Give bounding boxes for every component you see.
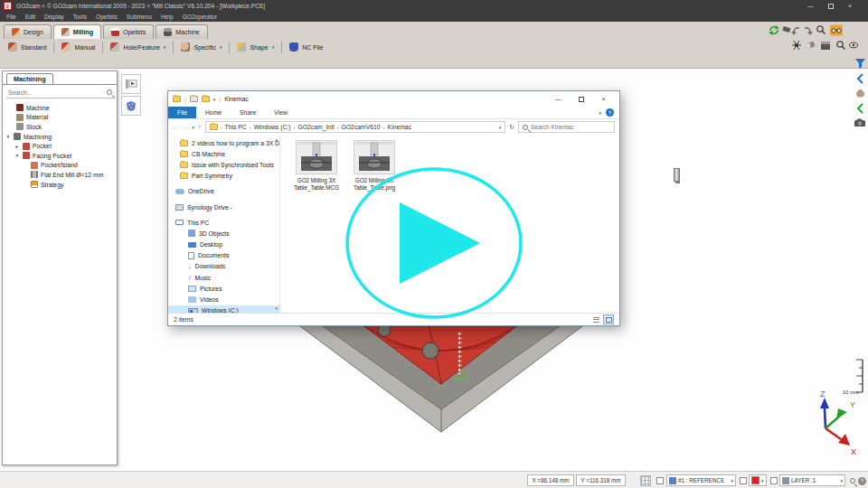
button-shape[interactable]: Shape ▾ xyxy=(231,41,280,54)
collapse-left-green-icon[interactable] xyxy=(854,103,866,114)
help-icon[interactable]: ? xyxy=(606,108,614,117)
explorer-search-box[interactable] xyxy=(518,121,615,133)
explorer-maximize-button[interactable] xyxy=(570,91,592,107)
video-play-overlay[interactable] xyxy=(344,165,524,322)
nav-item-cb-machine[interactable]: CB Machine xyxy=(168,148,279,159)
machining-panel-tab[interactable]: Machining xyxy=(6,73,53,85)
nav-item-music[interactable]: ♪Music xyxy=(168,272,279,283)
tree-item-machining[interactable]: ▾ Machining xyxy=(5,132,115,142)
forward-icon[interactable]: → xyxy=(183,124,189,130)
eraser-icon[interactable] xyxy=(806,42,815,49)
breadcrumb-go2cam-intl[interactable]: GO2cam_Intl xyxy=(297,124,334,130)
ribbon-collapse-arrow[interactable]: ▾ xyxy=(599,110,601,116)
tab-opelists[interactable]: Opelists xyxy=(103,24,154,39)
eye-view-icon[interactable] xyxy=(850,42,858,48)
zoom-window-icon[interactable] xyxy=(837,42,845,50)
tree-item-machine[interactable]: Machine xyxy=(5,103,115,113)
breadcrumb-go2camv610[interactable]: GO2camV610 xyxy=(342,124,381,130)
up-icon[interactable]: ↑ xyxy=(198,124,201,130)
explorer-close-button[interactable]: × xyxy=(592,91,615,107)
tree-item-flat-end-mill[interactable]: Flat End Mill Ø=12 mm xyxy=(5,170,115,180)
nav-scroll-up[interactable]: ▲ xyxy=(275,137,278,142)
tab-milling[interactable]: Milling xyxy=(53,24,101,39)
specific-dropdown-arrow[interactable]: ▾ xyxy=(220,44,222,50)
button-nc-file[interactable]: NC File xyxy=(283,41,329,54)
expander-icon[interactable]: ▸ xyxy=(14,144,20,149)
nav-item-videos[interactable]: Videos xyxy=(168,294,279,305)
refresh-address-icon[interactable]: ↻ xyxy=(509,124,514,131)
nav-item-windows-c[interactable]: Windows (C:) xyxy=(168,305,279,313)
help-status-button[interactable]: ? xyxy=(857,475,867,486)
hole-feature-dropdown-arrow[interactable]: ▾ xyxy=(164,44,166,50)
details-view-button[interactable] xyxy=(590,314,601,324)
redo-icon[interactable] xyxy=(805,28,813,35)
explorer-minimize-button[interactable]: — xyxy=(547,91,570,107)
menu-display[interactable]: Display xyxy=(44,14,64,20)
glasses-view-icon[interactable] xyxy=(830,25,843,36)
nav-item-part-symmetry[interactable]: Part Symmetry xyxy=(168,171,279,182)
nav-item-documents[interactable]: Documents xyxy=(168,250,279,261)
reference-checkbox[interactable] xyxy=(656,477,664,484)
breadcrumb-kinemac[interactable]: Kinemac xyxy=(388,124,411,130)
tree-item-pocket-island[interactable]: Pocket/Island xyxy=(5,161,115,171)
button-manual[interactable]: Manual xyxy=(55,41,101,54)
tree-item-material[interactable]: Material xyxy=(5,113,115,123)
explorer-tab-share[interactable]: Share xyxy=(231,107,265,118)
nav-item-synchronised-tools[interactable]: Issue with Synchronised Tools xyxy=(168,159,279,170)
simulation-icon[interactable] xyxy=(792,41,801,50)
menu-file[interactable]: File xyxy=(6,14,16,20)
quick-access-check-icon[interactable] xyxy=(190,96,198,102)
file-item-mcg[interactable]: GO2 Milling 3X Table_Table.MCG xyxy=(288,140,345,191)
nav-item-onedrive[interactable]: OneDrive xyxy=(168,186,279,197)
nav-item-desktop[interactable]: Desktop xyxy=(168,239,279,250)
nav-item-pictures[interactable]: Pictures xyxy=(168,283,279,294)
back-icon[interactable]: ← xyxy=(173,124,179,130)
nav-scroll-down[interactable]: ▼ xyxy=(275,306,278,311)
layer-selector[interactable]: LAYER :1 ▾ xyxy=(779,474,845,486)
shape-dropdown-arrow[interactable]: ▾ xyxy=(272,44,275,50)
clapper-icon[interactable] xyxy=(821,42,830,50)
tree-item-stock[interactable]: Stock xyxy=(5,122,115,132)
collapse-left-blue-icon[interactable] xyxy=(854,73,866,84)
color-checkbox[interactable] xyxy=(740,477,747,484)
quick-access-dropdown[interactable]: ▾ xyxy=(213,97,216,102)
button-standard[interactable]: Standard xyxy=(2,41,52,54)
nc-shield-button[interactable] xyxy=(121,96,141,116)
tab-machine[interactable]: Machine xyxy=(156,24,207,39)
close-button[interactable]: × xyxy=(848,3,852,9)
nav-item-videos-folder[interactable]: 2 videos how to program a 3X Deb xyxy=(168,137,279,148)
tree-item-pocket[interactable]: ▸ Pocket xyxy=(5,141,115,151)
menu-help[interactable]: Help xyxy=(161,14,174,20)
explorer-tab-file[interactable]: File xyxy=(168,107,196,118)
nav-item-this-pc[interactable]: This PC xyxy=(168,217,279,228)
tab-design[interactable]: Design xyxy=(4,24,52,39)
simulation-play-button[interactable] xyxy=(121,74,141,94)
grid-toggle-icon[interactable] xyxy=(640,475,651,486)
tree-search-input[interactable] xyxy=(8,89,107,96)
zoom-icon[interactable] xyxy=(817,26,826,34)
color-selector[interactable]: ▾ xyxy=(749,474,767,486)
expander-icon[interactable]: ▾ xyxy=(5,134,11,139)
workpiece-3d-view[interactable] xyxy=(288,318,597,443)
menu-submenu[interactable]: Submenu xyxy=(127,14,152,20)
address-box[interactable]: › This PC › Windows (C:) › GO2cam_Intl ›… xyxy=(205,121,506,133)
nav-item-downloads[interactable]: ↓Downloads xyxy=(168,261,279,272)
undo-icon[interactable] xyxy=(791,28,799,35)
breadcrumb-this-pc[interactable]: This PC xyxy=(225,124,247,130)
breadcrumb-windows-c[interactable]: Windows (C:) xyxy=(254,124,291,130)
hand-icon[interactable] xyxy=(854,89,866,99)
zoom-status-button[interactable] xyxy=(847,475,857,486)
button-specific[interactable]: Specific ▾ xyxy=(175,41,228,54)
tree-item-strategy[interactable]: Strategy xyxy=(5,180,115,190)
quick-access-folder-icon[interactable] xyxy=(202,96,210,102)
tree-item-facing-pocket[interactable]: ▾ Facing Pocket xyxy=(5,151,115,161)
refresh-icon[interactable] xyxy=(769,25,779,35)
layer-checkbox[interactable] xyxy=(770,477,778,484)
address-dropdown-icon[interactable]: ▾ xyxy=(499,125,502,130)
explorer-search-input[interactable] xyxy=(531,124,610,130)
nav-item-3d-objects[interactable]: 3D Objects xyxy=(168,228,279,239)
history-dropdown-icon[interactable]: ▾ xyxy=(193,125,195,130)
pointer-tool-icon[interactable] xyxy=(782,26,790,33)
menu-edit[interactable]: Edit xyxy=(25,14,35,20)
explorer-tab-home[interactable]: Home xyxy=(196,107,231,118)
